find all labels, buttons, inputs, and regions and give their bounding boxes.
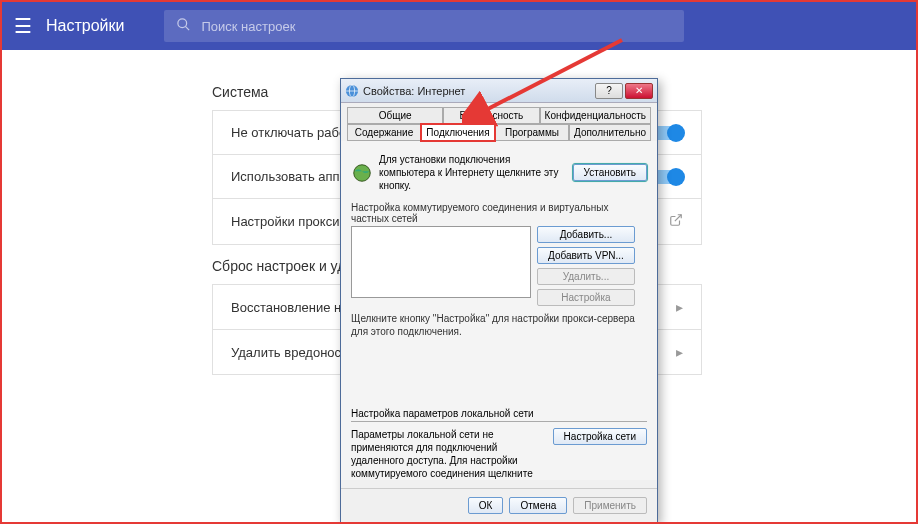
setting-label: Не отключать рабо	[231, 125, 346, 140]
tab-privacy[interactable]: Конфиденциальность	[540, 107, 651, 124]
tab-security[interactable]: Безопасность	[443, 107, 539, 124]
svg-point-0	[178, 18, 187, 27]
search-icon	[176, 17, 191, 36]
lan-settings-label: Настройка параметров локальной сети	[351, 408, 647, 422]
svg-line-1	[186, 26, 190, 30]
search-box[interactable]	[164, 10, 684, 42]
dialog-footer: ОК Отмена Применить	[341, 488, 657, 522]
cancel-button[interactable]: Отмена	[509, 497, 567, 514]
tab-connections[interactable]: Подключения	[421, 124, 495, 141]
tab-programs[interactable]: Программы	[495, 124, 569, 141]
close-button[interactable]: ✕	[625, 83, 653, 99]
ok-button[interactable]: ОК	[468, 497, 504, 514]
settings-button: Настройка	[537, 289, 635, 306]
titlebar-buttons: ? ✕	[595, 83, 653, 99]
help-button[interactable]: ?	[595, 83, 623, 99]
tab-general[interactable]: Общие	[347, 107, 443, 124]
proxy-hint: Щелкните кнопку "Настройка" для настройк…	[351, 312, 647, 338]
page-title: Настройки	[46, 17, 124, 35]
chevron-right-icon: ▸	[676, 299, 683, 315]
dialog-body: Для установки подключения компьютера к И…	[341, 141, 657, 480]
dialog-titlebar[interactable]: Свойства: Интернет ? ✕	[341, 79, 657, 103]
setting-label: Удалить вредоносн	[231, 345, 348, 360]
setting-label: Использовать аппа	[231, 169, 347, 184]
remove-button: Удалить...	[537, 268, 635, 285]
install-button[interactable]: Установить	[573, 164, 648, 181]
install-description: Для установки подключения компьютера к И…	[379, 153, 567, 192]
menu-icon[interactable]: ☰	[14, 14, 32, 38]
external-link-icon	[669, 213, 683, 230]
lan-settings-button[interactable]: Настройка сети	[553, 428, 647, 445]
tab-container: Общие Безопасность Конфиденциальность Со…	[341, 103, 657, 141]
svg-line-2	[675, 215, 681, 221]
connections-listbox[interactable]	[351, 226, 531, 298]
chevron-right-icon: ▸	[676, 344, 683, 360]
setting-label: Настройки прокси-	[231, 214, 344, 229]
tab-advanced[interactable]: Дополнительно	[569, 124, 651, 141]
dialup-vpn-label: Настройка коммутируемого соединения и ви…	[351, 202, 647, 224]
add-button[interactable]: Добавить...	[537, 226, 635, 243]
internet-properties-dialog: Свойства: Интернет ? ✕ Общие Безопасност…	[340, 78, 658, 523]
add-vpn-button[interactable]: Добавить VPN...	[537, 247, 635, 264]
search-input[interactable]	[201, 19, 672, 34]
apply-button: Применить	[573, 497, 647, 514]
settings-header: ☰ Настройки	[2, 2, 916, 50]
lan-description: Параметры локальной сети не применяются …	[351, 428, 545, 480]
globe-wizard-icon	[351, 162, 373, 184]
dialog-title: Свойства: Интернет	[363, 85, 595, 97]
internet-icon	[345, 84, 359, 98]
setting-label: Восстановление на	[231, 300, 348, 315]
tab-content[interactable]: Содержание	[347, 124, 421, 141]
